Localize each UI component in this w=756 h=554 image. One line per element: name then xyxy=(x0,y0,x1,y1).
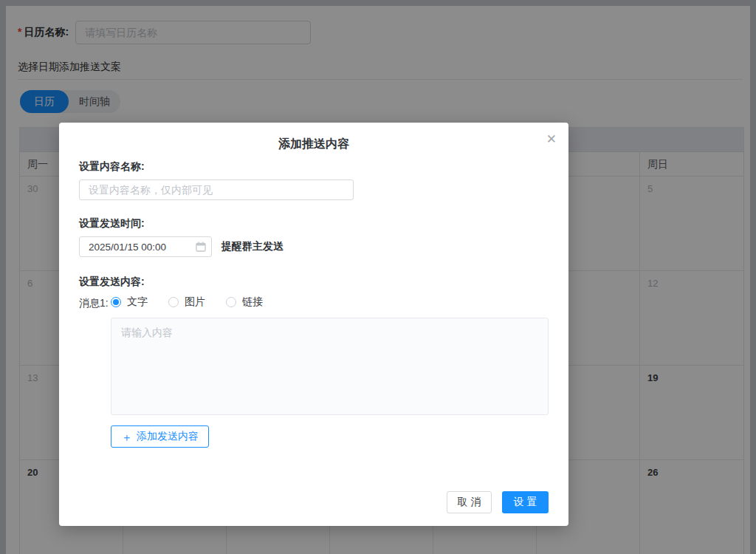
radio-dot-icon xyxy=(111,297,121,307)
content-name-input[interactable] xyxy=(79,179,354,200)
radio-dot-icon xyxy=(168,297,179,307)
remind-owner-hint: 提醒群主发送 xyxy=(221,240,284,253)
send-time-row: 提醒群主发送 xyxy=(79,236,549,257)
plus-icon: ＋ xyxy=(121,431,132,442)
message-type-radios: 文字 图片 链接 xyxy=(111,296,549,308)
radio-option-link[interactable]: 链接 xyxy=(226,295,263,309)
radio-dot-icon xyxy=(226,297,236,307)
calendar-icon xyxy=(196,242,206,252)
message-1-label: 消息1: xyxy=(79,296,111,448)
send-time-label: 设置发送时间: xyxy=(79,217,549,230)
add-send-content-button[interactable]: ＋ 添加发送内容 xyxy=(111,425,209,448)
radio-label-text: 文字 xyxy=(127,295,148,309)
message-1-block: 消息1: 文字 图片 链接 xyxy=(79,296,549,448)
radio-option-image[interactable]: 图片 xyxy=(168,295,205,309)
cancel-button[interactable]: 取 消 xyxy=(447,491,492,513)
add-push-content-modal: ✕ 添加推送内容 设置内容名称: 设置发送时间: 提醒群主发送 设置发送内容: … xyxy=(59,123,568,526)
radio-label-image: 图片 xyxy=(185,295,205,309)
modal-title: 添加推送内容 xyxy=(59,123,568,153)
radio-label-link: 链接 xyxy=(242,295,263,309)
message-content-textarea[interactable] xyxy=(111,318,549,415)
radio-option-text[interactable]: 文字 xyxy=(111,295,148,309)
content-name-label: 设置内容名称: xyxy=(79,160,549,174)
send-content-label: 设置发送内容: xyxy=(79,276,549,289)
send-time-picker xyxy=(79,236,212,257)
confirm-button[interactable]: 设 置 xyxy=(502,491,549,513)
send-time-input[interactable] xyxy=(79,236,212,257)
modal-footer: 取 消 设 置 xyxy=(447,491,549,513)
add-send-content-label: 添加发送内容 xyxy=(137,430,199,443)
close-icon[interactable]: ✕ xyxy=(543,130,560,148)
